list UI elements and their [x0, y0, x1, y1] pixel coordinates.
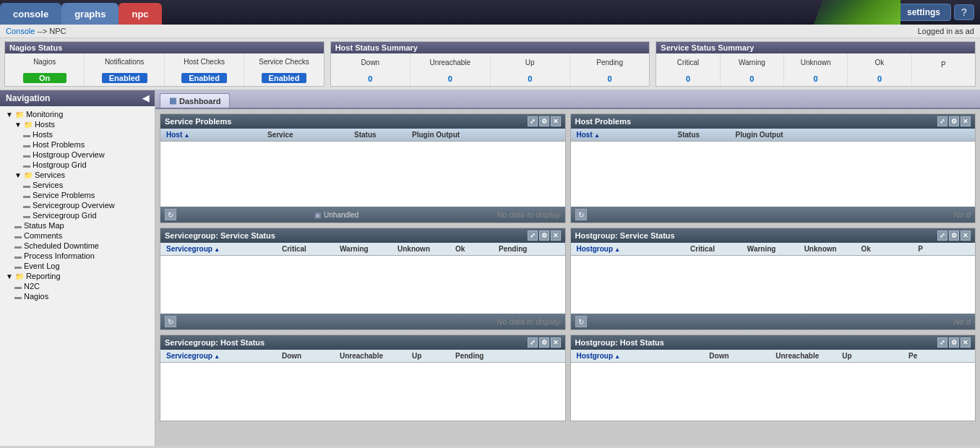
host-checks-label: Host Checks [184, 56, 225, 67]
hosts-group-label: Hosts [35, 120, 55, 129]
console-tab[interactable]: console [0, 3, 61, 25]
sidebar-tree: ▼ 📁 Monitoring ▼ 📁 Hosts ▬ Hosts ▬ Host … [0, 106, 155, 304]
sidebar-item-n2c[interactable]: ▬ N2C [0, 281, 155, 291]
npc-tab[interactable]: npc [119, 3, 161, 25]
sidebar-item-service-problems[interactable]: ▬ Service Problems [0, 190, 155, 200]
svc-warning-col: Warning 0 [721, 53, 784, 86]
sidebar-item-reporting-group[interactable]: ▼ 📁 Reporting [0, 271, 155, 281]
doc-icon: ▬ [14, 252, 22, 260]
main-layout: Navigation ◀ ▼ 📁 Monitoring ▼ 📁 Hosts ▬ [0, 90, 980, 446]
breadcrumb: Console --> NPC [6, 27, 66, 35]
close-icon[interactable]: ✕ [551, 116, 561, 126]
resize-icon[interactable]: ⤢ [528, 231, 538, 241]
sidebar-item-monitoring[interactable]: ▼ 📁 Monitoring [0, 109, 155, 119]
service-status-panel: Service Status Summary Critical 0 Warnin… [656, 41, 976, 87]
hgss-table-header: Hostgroup Critical Warning Unknown Ok P [571, 243, 976, 256]
green-decoration [814, 0, 901, 25]
sgs-col1: Critical [279, 244, 337, 254]
hghs-col0[interactable]: Hostgroup [574, 351, 707, 361]
sp-host-header[interactable]: Host [163, 130, 265, 139]
hgss-body [571, 256, 976, 314]
sidebar-item-servicegroup-overview[interactable]: ▬ Servicegroup Overview [0, 200, 155, 210]
service-problems-body [160, 142, 565, 207]
hgss-col0[interactable]: Hostgroup [574, 244, 688, 254]
sidebar-item-host-problems[interactable]: ▬ Host Problems [0, 139, 155, 150]
sidebar-item-process-information[interactable]: ▬ Process Information [0, 251, 155, 261]
sghs-body [160, 363, 565, 421]
sidebar-header: Navigation ◀ [0, 90, 155, 106]
close-icon[interactable]: ✕ [960, 337, 971, 348]
host-checks-value: Enabled [181, 73, 227, 83]
hghs-col1: Down [706, 351, 773, 361]
panel-header-icons: ⤢ ⚙ ✕ [528, 231, 561, 241]
config-icon[interactable]: ⚙ [949, 337, 959, 348]
panel-header-icons: ⤢ ⚙ ✕ [937, 231, 971, 241]
service-problems-header: Service Problems ⤢ ⚙ ✕ [160, 114, 565, 129]
host-status-title: Host Status Summary [331, 42, 650, 53]
sghs-col1: Down [279, 351, 337, 361]
graphs-tab[interactable]: graphs [61, 3, 119, 25]
sgs-col0[interactable]: Servicegroup [163, 244, 279, 254]
config-icon[interactable]: ⚙ [949, 116, 959, 126]
sgs-footer: ↻ No data to display [160, 314, 565, 329]
sidebar-item-nagios[interactable]: ▬ Nagios [0, 291, 155, 301]
help-button[interactable]: ? [954, 4, 974, 20]
refresh-icon[interactable]: ↻ [575, 316, 587, 327]
panel-header-icons: ⤢ ⚙ ✕ [528, 337, 561, 348]
sgs-title: Servicegroup: Service Status [165, 231, 275, 240]
sidebar: Navigation ◀ ▼ 📁 Monitoring ▼ 📁 Hosts ▬ [0, 90, 155, 446]
resize-icon[interactable]: ⤢ [937, 116, 947, 126]
resize-icon[interactable]: ⤢ [528, 116, 538, 126]
sidebar-collapse-icon[interactable]: ◀ [142, 93, 149, 103]
sghs-col0[interactable]: Servicegroup [163, 351, 279, 361]
close-icon[interactable]: ✕ [960, 231, 971, 241]
sghs-header: Servicegroup: Host Status ⤢ ⚙ ✕ [160, 335, 565, 350]
refresh-icon[interactable]: ↻ [575, 209, 587, 220]
resize-icon[interactable]: ⤢ [937, 337, 947, 348]
sidebar-item-services-group[interactable]: ▼ 📁 Services [0, 170, 155, 180]
status-map-label: Status Map [24, 221, 64, 230]
service-checks-value: Enabled [262, 73, 307, 83]
sp-service-header: Service [265, 130, 351, 139]
sghs-title: Servicegroup: Host Status [165, 338, 265, 347]
nagios-col: Nagios On [5, 53, 85, 86]
sidebar-item-services[interactable]: ▬ Services [0, 180, 155, 190]
sidebar-item-hostgroup-grid[interactable]: ▬ Hostgroup Grid [0, 160, 155, 170]
sidebar-item-comments[interactable]: ▬ Comments [0, 231, 155, 241]
host-down-col: Down 0 [331, 53, 411, 86]
sidebar-item-status-map[interactable]: ▬ Status Map [0, 220, 155, 231]
breadcrumb-console[interactable]: Console [6, 27, 35, 35]
sidebar-item-scheduled-downtime[interactable]: ▬ Scheduled Downtime [0, 241, 155, 251]
sidebar-item-hosts[interactable]: ▬ Hosts [0, 129, 155, 139]
panel-header-icons: ⤢ ⚙ ✕ [528, 116, 561, 126]
sidebar-item-hosts-group[interactable]: ▼ 📁 Hosts [0, 119, 155, 129]
settings-tab[interactable]: settings [896, 4, 951, 21]
nagios-label: Nagios [24, 292, 48, 301]
services-group-label: Services [35, 171, 65, 179]
reporting-group-label: Reporting [26, 272, 61, 280]
resize-icon[interactable]: ⤢ [937, 231, 947, 241]
host-up-col: Up 0 [491, 53, 570, 86]
doc-icon: ▬ [14, 232, 22, 240]
dashboard-tab-icon: ▦ [169, 96, 176, 105]
close-icon[interactable]: ✕ [551, 337, 561, 348]
top-nav: console graphs npc settings ? [0, 0, 980, 25]
sidebar-item-servicegroup-grid[interactable]: ▬ Servicegroup Grid [0, 210, 155, 220]
hp-host-header[interactable]: Host [574, 130, 675, 139]
refresh-icon[interactable]: ↻ [165, 316, 176, 327]
close-icon[interactable]: ✕ [551, 231, 561, 241]
resize-icon[interactable]: ⤢ [528, 337, 538, 348]
config-icon[interactable]: ⚙ [949, 231, 959, 241]
notifications-col: Notifications Enabled [85, 53, 164, 86]
nagios-status-content: Nagios On Notifications Enabled Host Che… [5, 53, 324, 86]
config-icon[interactable]: ⚙ [539, 116, 549, 126]
config-icon[interactable]: ⚙ [539, 231, 549, 241]
refresh-icon[interactable]: ↻ [165, 209, 176, 220]
close-icon[interactable]: ✕ [960, 116, 971, 126]
sidebar-item-event-log[interactable]: ▬ Event Log [0, 261, 155, 271]
config-icon[interactable]: ⚙ [539, 337, 549, 348]
sidebar-item-hostgroup-overview[interactable]: ▬ Hostgroup Overview [0, 150, 155, 160]
hghs-header: Hostgroup: Host Status ⤢ ⚙ ✕ [571, 335, 976, 350]
dashboard-tab[interactable]: ▦ Dashboard [160, 93, 230, 108]
svc-critical-col: Critical 0 [656, 53, 720, 86]
